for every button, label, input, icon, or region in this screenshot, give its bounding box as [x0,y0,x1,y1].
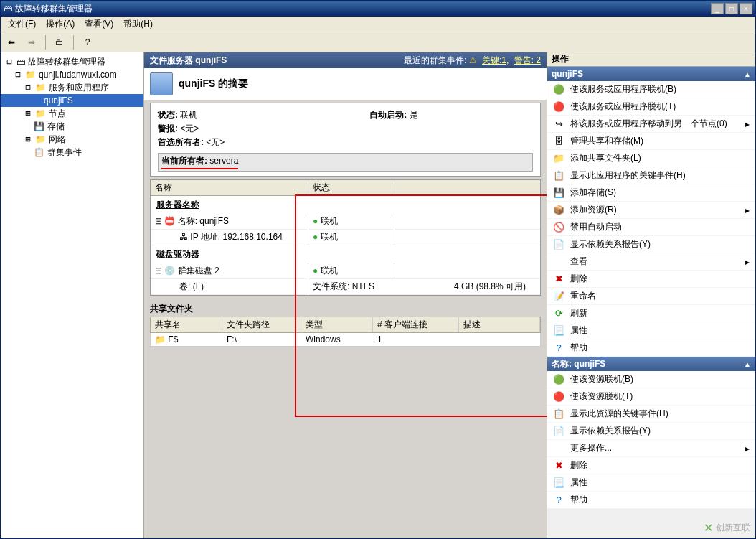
forward-button[interactable]: ➡ [24,34,39,50]
col-status[interactable]: 状态 [308,180,394,195]
action2-more[interactable]: 更多操作...▸ [547,440,755,457]
tree-cluster[interactable]: ⊟📁 qunji.fudanwuxi.com [1,68,143,81]
menu-action[interactable]: 操作(A) [42,17,79,32]
alerts-value: <无> [180,123,199,133]
action-view[interactable]: 查看▸ [547,253,755,271]
back-button[interactable]: ⬅ [4,34,19,50]
tree-nodes[interactable]: ⊞📁 节点 [1,107,143,120]
action-take-offline[interactable]: 🔴使该服务或应用程序脱机(T) [547,98,755,116]
share-col-clients[interactable]: # 客户端连接 [373,317,459,332]
action2-help[interactable]: ?帮助 [547,492,755,509]
folder-plus-icon: 📁 [553,153,564,164]
center-pane: 文件服务器 qunjiFS 最近的群集事件: ⚠ 关键:1, 警告: 2 qun… [144,52,547,538]
tree-networks[interactable]: ⊞📁 网络 [1,133,143,146]
menu-file[interactable]: 文件(F) [4,17,40,32]
summary-title: qunjiFS 的摘要 [179,78,248,90]
menu-view[interactable]: 查看(V) [80,17,118,32]
action-add-resource[interactable]: 📦添加资源(R)▸ [547,202,755,219]
close-button[interactable]: × [740,3,752,14]
collapse-icon: ▲ [744,70,751,78]
help-button[interactable]: ? [80,34,95,50]
menu-help[interactable]: 帮助(H) [119,17,157,32]
menubar: 文件(F) 操作(A) 查看(V) 帮助(H) [1,17,755,32]
action-delete[interactable]: ✖删除 [547,271,755,288]
maximize-button[interactable]: □ [725,3,738,14]
action-show-events[interactable]: 📋显示此应用程序的关键事件(H) [547,167,755,184]
up-button[interactable]: 🗀 [52,34,67,50]
share-col-path[interactable]: 文件夹路径 [222,317,301,332]
current-owner: servera [209,156,238,166]
online-icon: 🟢 [553,84,564,95]
action2-bring-online[interactable]: 🟢使该资源联机(B) [547,371,755,388]
share-row[interactable]: 📁 F$ F:\ Windows 1 [150,333,541,347]
properties-icon: 📃 [553,477,564,489]
watermark: ✕创新互联 [704,521,750,535]
actions-section1-header[interactable]: qunjiFS▲ [547,67,755,81]
action-dependency-report[interactable]: 📄显示依赖关系报告(Y) [547,236,755,253]
actions-list-2: 🟢使该资源联机(B) 🔴使该资源脱机(T) 📋显示此资源的关键事件(H) 📄显示… [547,371,755,509]
action-refresh[interactable]: ⟳刷新 [547,305,755,322]
action2-delete[interactable]: ✖删除 [547,457,755,474]
events-icon: 📋 [553,408,564,420]
critical-link[interactable]: 关键:1, [482,55,509,65]
tree-qunjifs[interactable]: qunjiFS [1,94,143,107]
autostart-value: 是 [410,110,418,120]
resource-row-volume: 卷: (F) 文件系统: NTFS 4 GB (98.8% 可用) [151,279,540,295]
action2-show-events[interactable]: 📋显示此资源的关键事件(H) [547,406,755,423]
action-help[interactable]: ?帮助 [547,339,755,357]
resource-row-ip[interactable]: 🖧 IP 地址: 192.168.10.164 联机 [151,230,540,245]
action-add-share[interactable]: 📁添加共享文件夹(L) [547,150,755,167]
action-disable-autostart[interactable]: 🚫禁用自动启动 [547,219,755,236]
online-icon: 🟢 [553,374,564,385]
tree-events[interactable]: 📋 群集事件 [1,146,143,159]
share-col-desc[interactable]: 描述 [459,317,540,332]
warning-link[interactable]: 警告: 2 [514,55,541,65]
action-add-storage[interactable]: 💾添加存储(S) [547,184,755,202]
resource-row-name[interactable]: ⊟ 📛 名称: qunjiFS 联机 [151,214,540,230]
actions-list-1: 🟢使该服务或应用程序联机(B) 🔴使该服务或应用程序脱机(T) ↪将该服务或应用… [547,81,755,357]
resource-grid: 名称 状态 服务器名称 ⊟ 📛 名称: qunjiFS 联机 🖧 IP 地址: … [150,179,541,296]
share-col-type[interactable]: 类型 [301,317,373,332]
refresh-icon: ⟳ [553,308,564,319]
summary-title-row: qunjiFS 的摘要 [144,68,547,100]
action-bring-online[interactable]: 🟢使该服务或应用程序联机(B) [547,81,755,98]
group-servername: 服务器名称 [151,196,540,214]
disk-capacity: 4 GB (98.8% 可用) [394,279,540,294]
properties-icon: 📃 [553,325,564,337]
server-icon [150,72,173,95]
delete-icon: ✖ [553,460,564,472]
section-header: 文件服务器 qunjiFS 最近的群集事件: ⚠ 关键:1, 警告: 2 [144,52,547,68]
tree-pane: ⊟🗃 故障转移群集管理器 ⊟📁 qunji.fudanwuxi.com ⊟📁 服… [1,52,144,538]
resource-icon: 📦 [553,205,564,216]
main-window: 🗃 故障转移群集管理器 _ □ × 文件(F) 操作(A) 查看(V) 帮助(H… [0,0,756,539]
collapse-icon: ▲ [744,360,751,368]
offline-icon: 🔴 [553,101,564,113]
group-disk: 磁盘驱动器 [151,245,540,263]
action-properties[interactable]: 📃属性 [547,322,755,339]
action-move-node[interactable]: ↪将该服务或应用程序移动到另一个节点(0)▸ [547,116,755,133]
toolbar: ⬅ ➡ 🗀 ? [1,32,755,52]
action-manage-storage[interactable]: 🗄管理共享和存储(M) [547,133,755,150]
actions-section2-header[interactable]: 名称: qunjiFS▲ [547,357,755,371]
resource-row-disk[interactable]: ⊟ 💿 群集磁盘 2 联机 [151,263,540,279]
offline-icon: 🔴 [553,391,564,403]
warning-icon: ⚠ [469,55,477,65]
tree-root[interactable]: ⊟🗃 故障转移群集管理器 [1,55,143,68]
move-icon: ↪ [553,118,564,130]
tree-storage[interactable]: 💾 存储 [1,120,143,133]
app-icon: 🗃 [4,4,12,14]
col-name[interactable]: 名称 [151,180,308,195]
disable-icon: 🚫 [553,222,564,233]
report-icon: 📄 [553,239,564,250]
action2-dependency-report[interactable]: 📄显示依赖关系报告(Y) [547,423,755,440]
summary-block: 状态: 联机 自动启动: 是 警报: <无> 首选所有者: <无> 当前所有者:… [150,103,541,177]
actions-pane: 操作 qunjiFS▲ 🟢使该服务或应用程序联机(B) 🔴使该服务或应用程序脱机… [547,52,755,538]
titlebar[interactable]: 🗃 故障转移群集管理器 _ □ × [1,1,755,17]
rename-icon: 📝 [553,291,564,302]
minimize-button[interactable]: _ [711,3,724,14]
action-rename[interactable]: 📝重命名 [547,288,755,305]
action2-properties[interactable]: 📃属性 [547,474,755,492]
tree-services[interactable]: ⊟📁 服务和应用程序 [1,81,143,94]
share-col-name[interactable]: 共享名 [151,317,222,332]
action2-take-offline[interactable]: 🔴使该资源脱机(T) [547,388,755,406]
